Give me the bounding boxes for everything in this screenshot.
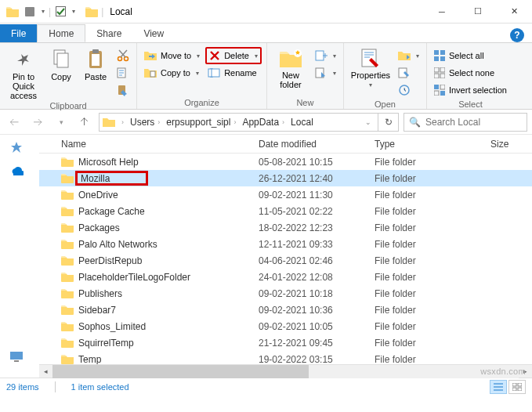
new-folder-button[interactable]: New folder [272,45,309,89]
tab-file[interactable]: File [0,24,37,42]
open-icon[interactable]: ▾ [396,47,422,64]
search-input[interactable] [424,116,532,128]
chevron-down-icon: ▾ [197,52,200,60]
status-selection: 1 item selected [71,382,129,392]
easy-access-icon[interactable]: ▾ [313,64,338,81]
history-icon[interactable] [396,81,422,99]
table-row[interactable]: PlaceholderTileLogoFolder24-01-2022 12:0… [39,269,532,285]
address-bar: 🡠 🡢 ▾ 🡡 › Users› erpsupport_sipl› AppDat… [0,110,532,135]
properties-button[interactable]: Properties▾ [349,45,393,89]
ribbon-group-new: New folder ▾ ▾ New [267,43,344,109]
column-type[interactable]: Type [375,139,490,150]
ribbon-group-organize: Move to▾ Copy to▾ Delete▾ Rename Organiz… [137,43,267,109]
horizontal-scrollbar[interactable]: ◂▸ [39,364,532,378]
table-row[interactable]: Microsoft Help05-08-2021 10:15File folde… [39,154,532,170]
column-headers[interactable]: Name Date modified Type Size [39,135,532,154]
this-pc-icon[interactable] [9,351,24,362]
qa-dropdown-icon[interactable]: ▾ [39,8,47,15]
ribbon-group-label: Clipboard [5,100,132,111]
item-type: File folder [375,338,490,349]
item-type: File folder [375,288,490,299]
close-button[interactable]: ✕ [496,0,532,23]
table-row[interactable]: Publishers09-02-2021 10:18File folder [39,285,532,302]
tab-home[interactable]: Home [37,24,85,42]
pin-to-quick-access-button[interactable]: Pin to Quick access [5,45,42,100]
up-button[interactable]: 🡡 [75,113,94,132]
breadcrumb-item[interactable]: Users› [127,117,163,128]
cut-icon[interactable] [114,47,132,64]
item-date: 09-02-2021 10:36 [259,305,375,316]
item-type: File folder [375,272,490,283]
tab-view[interactable]: View [132,24,175,42]
copy-path-icon[interactable] [114,64,132,81]
new-item-icon[interactable]: ▾ [313,47,338,64]
item-date: 26-12-2021 12:40 [259,173,375,184]
item-type: File folder [375,222,490,233]
svg-rect-23 [434,67,439,72]
item-name: Sidebar7 [78,305,116,316]
column-size[interactable]: Size [490,139,532,150]
back-button[interactable]: 🡠 [5,113,24,132]
move-to-button[interactable]: Move to▾ [142,47,202,64]
table-row[interactable]: SquirrelTemp21-12-2021 09:45File folder [39,334,532,351]
breadcrumb-item[interactable]: erpsupport_sipl› [163,117,239,128]
column-name[interactable]: Name [61,139,259,150]
table-row[interactable]: Packages18-02-2022 12:23File folder [39,219,532,236]
quick-access-icon[interactable] [9,141,24,155]
select-none-button[interactable]: Select none [432,64,509,81]
item-name: PlaceholderTileLogoFolder [78,272,190,283]
folder-app-icon [5,4,20,20]
table-row[interactable]: Palo Alto Networks12-11-2021 09:33File f… [39,236,532,252]
qa-checkbox-icon[interactable] [52,4,68,20]
refresh-button[interactable]: ↻ [378,113,399,132]
status-bar: 29 items 1 item selected [0,378,532,396]
table-row[interactable]: Mozilla26-12-2021 12:40File folder [39,170,532,186]
help-icon[interactable]: ? [510,28,524,42]
table-row[interactable]: Sophos_Limited09-02-2021 10:05File folde… [39,318,532,334]
copy-button[interactable]: Copy [45,45,77,81]
qa-save-icon[interactable] [22,4,38,20]
thumbnails-view-button[interactable] [508,380,526,394]
breadcrumbs[interactable]: › Users› erpsupport_sipl› AppData› Local… [99,113,378,132]
select-all-button[interactable]: Select all [432,47,509,64]
ribbon-group-label: New [272,97,338,108]
search-box[interactable]: 🔍 [404,113,527,132]
column-date[interactable]: Date modified [259,139,375,150]
chevron-down-icon: ▾ [196,70,199,77]
item-date: 12-11-2021 09:33 [259,239,375,250]
ribbon-tabs: File Home Share View ? [0,23,532,43]
ribbon-group-open: Properties▾ ▾ Open [344,43,427,109]
recent-locations-button[interactable]: ▾ [52,113,71,132]
tab-share[interactable]: Share [85,24,132,42]
breadcrumb-item[interactable]: Local [288,117,317,128]
item-type: File folder [375,157,490,168]
delete-button[interactable]: Delete▾ [205,47,262,64]
item-date: 18-02-2022 12:23 [259,222,375,233]
onedrive-icon[interactable] [9,166,24,177]
edit-icon[interactable] [396,64,422,81]
table-row[interactable]: PeerDistRepub04-06-2021 02:46File folder [39,252,532,269]
item-name: Packages [78,222,120,233]
table-row[interactable]: Sidebar709-02-2021 10:36File folder [39,302,532,318]
copy-to-button[interactable]: Copy to▾ [142,64,202,81]
forward-button[interactable]: 🡢 [28,113,47,132]
details-view-button[interactable] [490,380,507,394]
table-row[interactable]: Package Cache11-05-2021 02:22File folder [39,203,532,219]
table-row[interactable]: Temp19-02-2022 03:15File folder [39,351,532,364]
chevron-down-icon[interactable]: ⌄ [365,118,375,126]
qa-dropdown-2-icon[interactable]: ▾ [70,8,78,15]
item-type: File folder [375,239,490,250]
rename-button[interactable]: Rename [205,64,262,81]
item-name: Mozilla [75,171,148,186]
paste-shortcut-icon[interactable] [114,81,132,99]
minimize-button[interactable]: ─ [424,0,460,23]
svg-rect-26 [440,74,445,78]
navigation-pane[interactable] [0,135,39,378]
svg-rect-12 [208,69,219,77]
invert-selection-button[interactable]: Invert selection [432,81,509,99]
paste-button[interactable]: Paste [80,45,111,81]
table-row[interactable]: OneDrive09-02-2021 11:30File folder [39,186,532,203]
maximize-button[interactable]: ☐ [460,0,496,23]
chevron-down-icon: ▾ [255,52,258,60]
breadcrumb-item[interactable]: AppData› [239,117,288,128]
